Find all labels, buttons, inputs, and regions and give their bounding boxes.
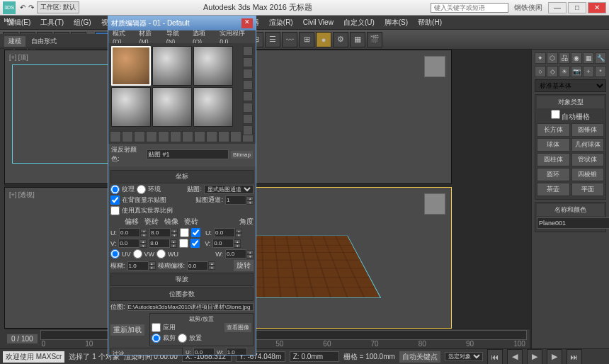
create-tab-icon[interactable]: ✦ — [535, 52, 546, 64]
coords-rollout[interactable]: 坐标 — [110, 170, 254, 183]
make-unique-icon[interactable] — [170, 131, 181, 142]
cylinder-button[interactable]: 圆柱体 — [537, 153, 570, 166]
v-offset-input[interactable] — [118, 239, 140, 248]
place-radio[interactable] — [178, 334, 187, 343]
preview-icon[interactable] — [243, 103, 253, 113]
geometry-icon[interactable]: ○ — [535, 66, 546, 77]
close-button[interactable]: ✕ — [588, 2, 606, 13]
viewcube-icon[interactable] — [424, 193, 445, 215]
geosphere-button[interactable]: 几何球体 — [571, 138, 605, 152]
show-back-checkbox[interactable] — [110, 195, 120, 205]
reload-button[interactable]: 重新加载 — [110, 324, 144, 336]
cone-button[interactable]: 圆锥体 — [571, 123, 605, 137]
material-slot-3[interactable] — [193, 46, 233, 86]
login-label[interactable]: 钢铁侠闲 — [514, 3, 542, 13]
bitmap-path-input[interactable] — [127, 303, 254, 311]
backlight-icon[interactable] — [243, 57, 253, 67]
v-tile-input[interactable] — [149, 239, 170, 248]
utilities-tab-icon[interactable]: 🔧 — [595, 52, 606, 64]
shapes-icon[interactable]: ◇ — [547, 66, 558, 77]
workspace-dropdown[interactable]: 工作区: 默认 — [37, 1, 79, 13]
material-slot-2[interactable] — [152, 46, 192, 86]
viewport-top[interactable]: [+] [顶] — [4, 50, 118, 184]
curve-editor-icon[interactable]: 〰 — [282, 32, 297, 47]
play-next-icon[interactable]: ▶ — [547, 349, 562, 365]
noise-rollout[interactable]: 噪波 — [110, 273, 254, 286]
put-to-lib-icon[interactable] — [182, 131, 193, 142]
display-tab-icon[interactable]: ▦ — [583, 52, 594, 64]
material-slot-6[interactable] — [193, 87, 233, 127]
show-end-icon[interactable] — [218, 131, 229, 142]
reset-icon[interactable] — [146, 131, 157, 142]
render-setup-icon[interactable]: ⚙ — [333, 32, 348, 47]
u-mirror-checkbox[interactable] — [180, 228, 189, 237]
get-material-icon[interactable] — [110, 131, 121, 142]
v-mirror-checkbox[interactable] — [179, 239, 188, 248]
v-angle-input[interactable] — [212, 239, 234, 248]
menu-help[interactable]: 帮助(H) — [414, 16, 446, 29]
play-prev-icon[interactable]: ◀ — [507, 349, 523, 365]
minimize-button[interactable]: — — [548, 2, 567, 13]
play-end-icon[interactable]: ⏭ — [567, 349, 582, 365]
time-slider[interactable]: 0 / 100 0102030405060708090100 — [4, 329, 530, 348]
helpers-icon[interactable]: + — [583, 66, 594, 77]
crop-u-input[interactable] — [193, 348, 215, 355]
autokey-button[interactable]: 自动关键点 — [399, 351, 440, 363]
blur-offset-input[interactable] — [187, 261, 208, 271]
v-tile-checkbox[interactable] — [190, 239, 200, 248]
tab-freeform[interactable]: 自由形式 — [31, 37, 57, 46]
systems-icon[interactable]: * — [595, 66, 606, 77]
background-icon[interactable] — [243, 69, 253, 79]
key-target-dropdown[interactable]: 选定对象 — [445, 352, 483, 361]
menu-script[interactable]: 脚本(S) — [380, 16, 412, 29]
material-editor-icon[interactable]: ● — [316, 32, 331, 47]
render-frame-icon[interactable]: ▦ — [350, 32, 365, 47]
menu-customize[interactable]: 自定义(U) — [339, 16, 379, 29]
redo-button[interactable]: ↷ — [28, 4, 34, 11]
material-slot-5[interactable] — [152, 87, 192, 127]
material-slot-1[interactable] — [111, 46, 151, 86]
sphere-button[interactable]: 球体 — [537, 138, 570, 152]
hierarchy-tab-icon[interactable]: 品 — [559, 52, 570, 64]
crop-radio[interactable] — [152, 334, 161, 343]
undo-button[interactable]: ↶ — [20, 4, 25, 11]
view-image-button[interactable]: 查看图像 — [224, 323, 251, 332]
menu-tools[interactable]: 工具(T) — [36, 16, 68, 29]
box-button[interactable]: 长方体 — [537, 123, 570, 137]
menu-civil[interactable]: Civil View — [299, 17, 338, 28]
layers-icon[interactable]: ☰ — [265, 32, 280, 47]
rotate-button[interactable]: 旋转 — [234, 260, 254, 271]
show-map-icon[interactable] — [206, 131, 217, 142]
dialog-close-button[interactable]: ✕ — [241, 18, 253, 28]
lights-icon[interactable]: ☀ — [559, 66, 570, 77]
torus-button[interactable]: 圆环 — [537, 168, 570, 181]
w-angle-input[interactable] — [225, 249, 246, 258]
map-name-input[interactable] — [147, 149, 229, 159]
real-world-checkbox[interactable] — [110, 206, 120, 215]
sample-type-icon[interactable] — [243, 46, 253, 56]
u-tile-checkbox[interactable] — [191, 228, 200, 237]
viewport-persp1[interactable]: [+] [透视] — [4, 187, 118, 329]
assign-icon[interactable] — [134, 131, 145, 142]
play-icon[interactable]: ▶ — [527, 349, 542, 365]
plane-button[interactable]: 平面 — [571, 183, 605, 196]
play-start-icon[interactable]: ⏮ — [487, 349, 503, 365]
put-to-scene-icon[interactable] — [122, 131, 133, 142]
render-icon[interactable]: 🎬 — [367, 32, 382, 47]
schematic-icon[interactable]: ⊞ — [299, 32, 314, 47]
help-search[interactable] — [431, 3, 508, 13]
vw-radio[interactable] — [133, 249, 142, 258]
apply-checkbox[interactable] — [152, 323, 161, 332]
autogrid-checkbox[interactable] — [551, 110, 560, 119]
menu-edit[interactable]: 编辑(E) — [3, 16, 35, 29]
pyramid-button[interactable]: 四棱锥 — [571, 168, 605, 181]
bitmap-rollout[interactable]: 位图参数 — [110, 288, 254, 301]
u-tile-input[interactable] — [149, 228, 171, 237]
frame-indicator[interactable]: 0 / 100 — [7, 334, 38, 343]
maximize-button[interactable]: □ — [568, 2, 586, 13]
primitive-dropdown[interactable]: 标准基本体 — [535, 79, 606, 92]
crop-w-input[interactable] — [226, 348, 247, 355]
mapping-dropdown[interactable]: 显式贴图通道 — [204, 185, 254, 194]
tab-create[interactable]: 建模 — [4, 36, 25, 47]
map-type-button[interactable]: Bitmap — [231, 151, 253, 159]
